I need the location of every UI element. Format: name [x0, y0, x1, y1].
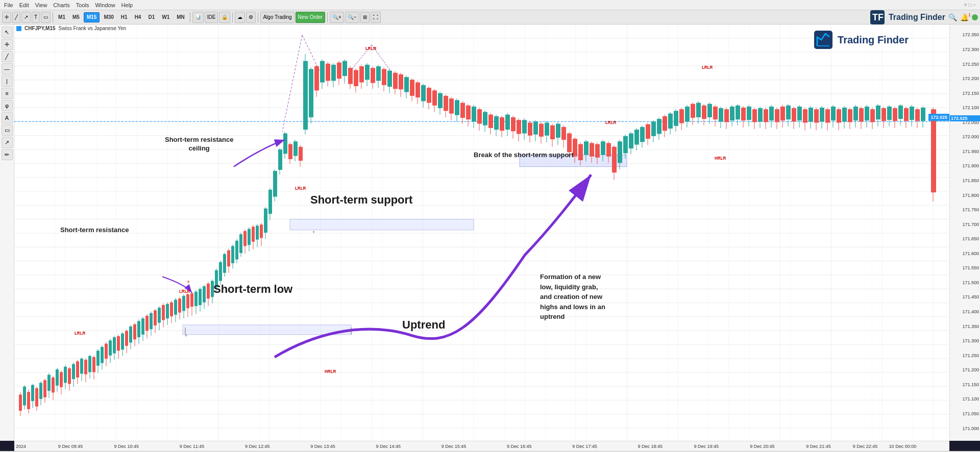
- price-171800: 171.800: [962, 193, 979, 198]
- svg-rect-271: [517, 120, 521, 134]
- tf-m15[interactable]: M15: [84, 12, 100, 22]
- chart-canvas: LRLR LRLR + LRLR LRLR LRLR LRLR HRLR HRL…: [14, 24, 949, 441]
- indicators-btn[interactable]: IDE: [205, 12, 218, 23]
- svg-text:LRLR: LRLR: [605, 120, 616, 124]
- menu-help[interactable]: Help: [121, 2, 133, 8]
- price-171600: 171.600: [962, 251, 979, 256]
- svg-rect-413: [915, 109, 920, 121]
- svg-rect-193: [303, 61, 308, 130]
- svg-rect-219: [371, 68, 375, 83]
- svg-rect-349: [736, 106, 740, 119]
- algo-trading-btn[interactable]: Algo Trading: [260, 12, 294, 23]
- svg-rect-279: [539, 124, 544, 137]
- svg-rect-235: [415, 83, 420, 97]
- svg-rect-60: [35, 388, 38, 407]
- svg-rect-189: [299, 147, 303, 161]
- price-172100: 172.100: [962, 105, 979, 110]
- zoom-out-btn[interactable]: 🔍−: [345, 12, 359, 23]
- svg-rect-197: [314, 66, 319, 90]
- arrow-btn[interactable]: ↗: [21, 12, 31, 23]
- svg-rect-239: [427, 88, 431, 103]
- cloud-btn[interactable]: ☁: [235, 12, 245, 23]
- sep5: [327, 12, 328, 22]
- symbol-info: CHFJPY,M15 Swiss Frank vs Japanese Yen: [16, 26, 126, 31]
- svg-text:LRLR: LRLR: [295, 186, 306, 191]
- svg-rect-166: [252, 227, 255, 241]
- svg-rect-146: [211, 281, 214, 297]
- tf-m1[interactable]: M1: [55, 12, 68, 22]
- menu-file[interactable]: File: [4, 2, 13, 8]
- tf-d1[interactable]: D1: [145, 12, 158, 22]
- line-btn[interactable]: ╱: [12, 12, 20, 23]
- svg-rect-417: [921, 108, 925, 121]
- svg-rect-106: [129, 327, 132, 343]
- svg-rect-333: [691, 104, 695, 118]
- fib-tool[interactable]: φ: [2, 100, 13, 111]
- rect-btn[interactable]: ▭: [41, 12, 51, 23]
- svg-rect-88: [92, 357, 95, 372]
- chart-type-btn[interactable]: 📊: [192, 12, 204, 23]
- svg-rect-134: [186, 294, 189, 308]
- svg-rect-185: [288, 144, 292, 159]
- svg-rect-187: [293, 141, 298, 156]
- fullscreen-btn[interactable]: ⛶: [371, 12, 381, 23]
- tf-mn[interactable]: MN: [174, 12, 188, 22]
- crosshair-btn[interactable]: ✛: [2, 12, 11, 23]
- svg-rect-295: [584, 141, 589, 155]
- text-btn[interactable]: T: [32, 12, 40, 23]
- svg-rect-211: [354, 70, 358, 86]
- tf-h4[interactable]: H4: [132, 12, 144, 22]
- price-171250: 171.250: [962, 353, 979, 358]
- tf-h1[interactable]: H1: [118, 12, 131, 22]
- logo-text: Trading Finder: [889, 13, 945, 22]
- svg-rect-138: [194, 292, 198, 306]
- brush-tool[interactable]: ✏: [2, 149, 13, 160]
- menu-window[interactable]: Window: [95, 2, 115, 8]
- hline-tool[interactable]: —: [2, 63, 13, 74]
- rect-tool[interactable]: ▭: [2, 124, 13, 136]
- vline-tool[interactable]: |: [2, 76, 13, 87]
- zoom-in-btn[interactable]: 🔍+: [330, 12, 344, 23]
- search-icon[interactable]: 🔍: [948, 13, 957, 21]
- svg-rect-351: [741, 108, 746, 120]
- sep4: [258, 12, 258, 22]
- svg-rect-205: [337, 63, 341, 79]
- svg-rect-317: [646, 124, 650, 139]
- svg-rect-359: [764, 109, 768, 122]
- svg-rect-405: [893, 108, 897, 121]
- notification-icon[interactable]: 🔔1: [960, 13, 969, 21]
- svg-rect-56: [27, 392, 30, 409]
- text-tool[interactable]: A: [2, 112, 13, 123]
- svg-rect-337: [702, 106, 706, 119]
- grid-btn[interactable]: ⊞: [360, 12, 370, 23]
- channel-tool[interactable]: ≡: [2, 88, 13, 99]
- tf-m30[interactable]: M30: [101, 12, 116, 22]
- svg-rect-347: [730, 107, 734, 120]
- menu-charts[interactable]: Charts: [53, 2, 69, 8]
- svg-rect-84: [84, 360, 87, 374]
- svg-rect-261: [488, 115, 493, 128]
- menu-view[interactable]: View: [35, 2, 47, 8]
- lock-btn[interactable]: 🔒: [219, 12, 230, 23]
- cursor-tool[interactable]: ↖: [2, 27, 13, 38]
- svg-text:LRLR: LRLR: [75, 331, 85, 336]
- svg-rect-154: [227, 250, 230, 267]
- tf-w1[interactable]: W1: [159, 12, 173, 22]
- svg-rect-249: [455, 100, 459, 115]
- line-tool[interactable]: ╱: [2, 51, 13, 62]
- new-order-btn[interactable]: New Order: [296, 12, 325, 23]
- svg-rect-345: [724, 109, 729, 122]
- menu-edit[interactable]: Edit: [19, 2, 29, 8]
- menu-tools[interactable]: Tools: [76, 2, 89, 8]
- svg-rect-369: [792, 108, 796, 121]
- svg-rect-307: [618, 141, 622, 163]
- settings-btn[interactable]: ⚙: [246, 12, 256, 23]
- svg-rect-247: [449, 98, 454, 113]
- crosshair-tool[interactable]: ✛: [2, 39, 13, 50]
- tf-m5[interactable]: M5: [69, 12, 83, 22]
- svg-rect-313: [634, 130, 639, 144]
- svg-rect-144: [207, 284, 210, 298]
- price-171100: 171.100: [962, 396, 979, 401]
- price-171350: 171.350: [962, 324, 979, 329]
- arrow-tool[interactable]: ↗: [2, 137, 13, 148]
